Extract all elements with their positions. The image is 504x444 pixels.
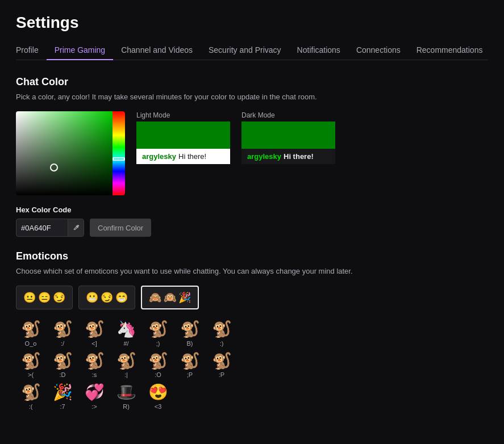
emoticon-emoji: 🐒 (85, 351, 105, 371)
emoticon-preset-monkey[interactable]: 🙈 🙉 🎉 (141, 286, 199, 309)
emoticon-item: 🐒O_o (16, 320, 45, 347)
preview-area: Light Mode argylesky Hi there! Dark Mode (136, 111, 335, 164)
color-picker-canvas[interactable] (16, 111, 125, 195)
emoticon-emoji: 😍 (148, 383, 168, 402)
emoticon-item: 💞:> (80, 383, 109, 410)
chat-color-title: Chat Color (16, 76, 488, 88)
emoticon-item: 🐒:/ (48, 320, 77, 347)
emoticon-emoji: 🐒 (85, 320, 105, 339)
preview-dark-mode: Dark Mode argylesky Hi there! (241, 111, 335, 164)
emoticon-emoji: 🐒 (180, 351, 200, 371)
emoticon-emoji: 🐒 (116, 351, 136, 371)
emoticon-emoji: 🐒 (53, 320, 73, 339)
emoticon-emoji: 🐒 (148, 320, 168, 339)
emoticons-section: Emoticons Choose which set of emoticons … (16, 250, 488, 410)
emoticon-item: 🐒>( (16, 351, 45, 379)
page-title: Settings (16, 14, 488, 32)
emoticon-emoji: 🎉 (53, 383, 73, 402)
nav-tabs: Profile Prime Gaming Channel and Videos … (16, 41, 488, 60)
emoticon-preset-twitch[interactable]: 😬 😏 😁 (78, 286, 135, 309)
tab-channel-videos[interactable]: Channel and Videos (113, 41, 201, 60)
emoticon-grid: 🐒O_o🐒:/🐒<]🦄#/🐒;)🐒B)🐒:)🐒>(🐒:D🐒:s🐒:|🐒:O🐒;P… (16, 320, 488, 410)
emoticon-code: :D (60, 371, 66, 378)
eyedropper-icon[interactable] (68, 219, 84, 237)
hex-input[interactable] (16, 224, 68, 232)
emoticon-item: 🐒:) (207, 320, 236, 347)
emoticon-code: :( (29, 403, 33, 410)
tab-notifications[interactable]: Notifications (289, 41, 348, 60)
emoticon-code: #/ (123, 340, 128, 347)
light-chat-line: argylesky Hi there! (136, 149, 230, 164)
emoticons-title: Emoticons (16, 250, 488, 262)
color-gradient-canvas[interactable] (16, 111, 125, 195)
emoticon-code: B) (187, 340, 193, 347)
emoticon-presets: 😐 😑 😏 😬 😏 😁 🙈 🙉 🎉 (16, 286, 488, 309)
light-color-bar (136, 122, 230, 149)
hue-handle[interactable] (113, 157, 125, 161)
tab-profile[interactable]: Profile (16, 41, 47, 60)
emoticon-code: :/ (61, 340, 64, 347)
emoticon-emoji: 🐒 (53, 351, 73, 371)
emoticon-emoji: 🐒 (21, 383, 41, 402)
emoticon-item: 🐒:O (143, 351, 173, 379)
preview-light-mode: Light Mode argylesky Hi there! (136, 111, 230, 164)
emoticon-item: 🎉:7 (48, 383, 77, 410)
emoticon-item: 🐒;P (175, 351, 205, 379)
emoticon-emoji: 🐒 (21, 351, 41, 371)
emoticon-code: :P (219, 371, 224, 378)
emoticon-code: >( (28, 371, 34, 378)
chat-color-desc: Pick a color, any color! It may take sev… (16, 93, 488, 101)
light-mode-box: argylesky Hi there! (136, 122, 230, 164)
emoticon-emoji: 🐒 (212, 320, 232, 339)
tab-prime-gaming[interactable]: Prime Gaming (47, 41, 113, 60)
light-username: argylesky (142, 152, 176, 161)
emoticon-item: 🦄#/ (111, 320, 141, 347)
hex-label: Hex Color Code (16, 206, 488, 214)
emoticon-item: 🐒:( (16, 383, 45, 410)
emoticon-preset-default[interactable]: 😐 😑 😏 (16, 286, 73, 309)
emoticon-code: O_o (25, 340, 37, 347)
hex-input-wrapper (16, 219, 84, 237)
emoticon-code: :) (220, 340, 224, 347)
confirm-color-button[interactable]: Confirm Color (90, 219, 151, 237)
tab-connections[interactable]: Connections (348, 41, 409, 60)
emoticon-emoji: 🐒 (212, 351, 232, 371)
emoticon-code: :7 (60, 403, 65, 410)
emoticon-code: ;P (187, 371, 193, 378)
emoticon-item: 🐒:P (207, 351, 236, 379)
dark-username: argylesky (247, 152, 281, 161)
dark-mode-label: Dark Mode (241, 111, 335, 119)
emoticon-item: 🐒;) (143, 320, 173, 347)
dark-message: Hi there! (284, 152, 314, 161)
emoticon-emoji: 💞 (85, 383, 105, 402)
light-message: Hi there! (178, 152, 206, 161)
emoticon-code: R) (123, 403, 130, 410)
color-picker-row: Light Mode argylesky Hi there! Dark Mode (16, 111, 488, 195)
emoticon-emoji: 🐒 (180, 320, 200, 339)
hue-slider[interactable] (113, 111, 125, 195)
dark-color-bar (241, 122, 335, 149)
emoticon-item: 🎩R) (111, 383, 141, 410)
emoticon-code: <] (91, 340, 97, 347)
tab-recommendations[interactable]: Recommendations (409, 41, 491, 60)
hex-section: Hex Color Code Confirm Color (16, 206, 488, 237)
emoticon-emoji: 🐒 (148, 351, 168, 371)
emoticon-item: 🐒<] (80, 320, 109, 347)
emoticon-item: 🐒B) (175, 320, 205, 347)
tab-security-privacy[interactable]: Security and Privacy (201, 41, 289, 60)
light-mode-label: Light Mode (136, 111, 230, 119)
emoticon-code: :s (92, 371, 97, 378)
emoticon-emoji: 🐒 (21, 320, 41, 339)
dark-mode-box: argylesky Hi there! (241, 122, 335, 164)
dark-chat-line: argylesky Hi there! (241, 149, 335, 164)
emoticon-code: ;) (156, 340, 160, 347)
emoticon-code: :| (124, 371, 128, 378)
emoticon-code: :> (91, 403, 97, 410)
emoticon-emoji: 🦄 (116, 320, 136, 339)
emoticon-item: 🐒:| (111, 351, 141, 379)
emoticon-item: 🐒:s (80, 351, 109, 379)
emoticon-code: :O (155, 371, 161, 378)
emoticon-item: 🐒:D (48, 351, 77, 379)
emoticon-code: <3 (155, 403, 162, 410)
emoticons-desc: Choose which set of emoticons you want t… (16, 267, 488, 275)
